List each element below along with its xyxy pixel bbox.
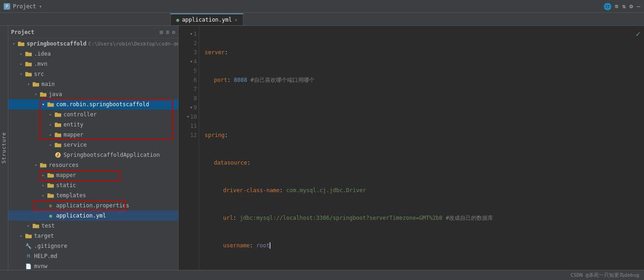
code-line-1: server:: [205, 48, 644, 57]
code-content[interactable]: server: port: 8088 #自己喜欢哪个端口用哪个 spring: …: [199, 26, 644, 270]
collapse-all-button[interactable]: ≡: [166, 29, 169, 35]
label-springbootscaffold: springbootscaffold: [27, 40, 86, 47]
arrow-src: [17, 72, 25, 76]
tree-item-app-properties[interactable]: ⚙ application.properties: [8, 200, 178, 211]
tab-application-yml[interactable]: ● application.yml ×: [170, 13, 243, 25]
file-icon-help-md: M: [25, 253, 32, 259]
svg-rect-19: [55, 133, 58, 135]
arrow-service: [47, 143, 54, 147]
label-java: java: [49, 91, 62, 97]
folder-icon-target: [25, 233, 32, 239]
tree-settings-button[interactable]: ⚙: [172, 29, 175, 35]
tree-item-mvnw[interactable]: 📄 mvnw: [8, 261, 178, 270]
tree-header: Project ⊞ ≡ ⚙: [8, 26, 178, 39]
label-gitignore: .gitignore: [34, 243, 67, 249]
tree-item-java[interactable]: java: [8, 89, 178, 99]
project-label[interactable]: Project: [13, 3, 36, 10]
folder-icon-service: [54, 142, 62, 148]
fold-marker-1[interactable]: ▾: [190, 29, 193, 39]
arrow-mvn: [17, 62, 25, 66]
svg-rect-29: [47, 183, 50, 185]
settings-icon[interactable]: ⚙: [629, 3, 633, 10]
arrow-mapper-java: [47, 132, 54, 137]
tree-header-label: Project: [11, 29, 34, 35]
folder-icon-springbootscaffold: [17, 41, 25, 47]
tree-item-src[interactable]: src: [8, 69, 178, 79]
editor-scroll-area: ▾ 1 2 3 ▾ 4: [178, 26, 644, 270]
code-line-4: spring:: [205, 131, 644, 140]
svg-rect-17: [55, 123, 58, 125]
file-icon-gitignore: 🔧: [25, 243, 32, 249]
label-resources: resources: [49, 162, 79, 168]
minimize-icon[interactable]: —: [637, 3, 640, 10]
code-line-6: driver-class-name: com.mysql.cj.jdbc.Dri…: [205, 186, 644, 195]
file-icon-app-properties: ⚙: [47, 203, 54, 209]
fold-marker-4[interactable]: ▾: [190, 57, 193, 66]
label-main: main: [41, 81, 55, 87]
fold-marker-9[interactable]: ▾: [190, 103, 193, 112]
tree-item-idea[interactable]: .idea: [8, 49, 178, 59]
arrow-resources: [32, 163, 40, 167]
folder-icon-java: [40, 91, 47, 97]
file-icon-app-yml: ●: [47, 213, 54, 219]
tree-item-main[interactable]: main: [8, 79, 178, 89]
label-templates: templates: [56, 192, 86, 199]
folder-icon-controller: [54, 112, 62, 118]
title-bar: P Project ▾ 🌐 ≡ ⇅ ⚙ —: [0, 0, 644, 13]
tree-item-com-robin[interactable]: com.robin.springbootscaffold: [8, 99, 178, 109]
tree-item-templates[interactable]: templates: [8, 190, 178, 200]
globe-icon[interactable]: 🌐: [604, 3, 611, 10]
title-bar-actions: 🌐 ≡ ⇅ ⚙ —: [604, 3, 640, 10]
tree-item-help-md[interactable]: M HELP.md: [8, 251, 178, 261]
tree-item-controller[interactable]: controller: [8, 109, 178, 120]
project-icon: P: [4, 3, 10, 10]
expand-all-button[interactable]: ⊞: [160, 29, 163, 35]
tree-item-mapper-resources[interactable]: mapper: [8, 170, 178, 180]
dropdown-icon[interactable]: ▾: [39, 3, 42, 10]
sort-icon[interactable]: ⇅: [622, 3, 626, 10]
label-help-md: HELP.md: [34, 253, 58, 259]
file-icon-springboot-app: J: [54, 152, 62, 158]
svg-rect-3: [25, 52, 28, 54]
arrow-mapper-resources: [40, 173, 47, 177]
svg-rect-35: [25, 234, 28, 236]
tree-item-gitignore[interactable]: 🔧 .gitignore: [8, 241, 178, 251]
folder-icon-resources: [40, 162, 47, 168]
project-tree: Project ⊞ ≡ ⚙ springbootscaffold C:\User…: [8, 26, 178, 270]
tab-bar: ● application.yml ×: [0, 13, 644, 26]
label-static: static: [56, 182, 76, 189]
tree-item-target[interactable]: target: [8, 231, 178, 241]
label-controller: controller: [63, 111, 97, 118]
arrow-entity: [47, 122, 54, 127]
tree-item-app-yml[interactable]: ● application.yml: [8, 211, 178, 221]
structure-panel[interactable]: Structure: [0, 26, 8, 270]
tree-item-test[interactable]: test: [8, 221, 178, 231]
arrow-templates: [40, 193, 47, 198]
folder-icon-main: [32, 81, 40, 87]
tab-close-button[interactable]: ×: [235, 17, 237, 23]
hierarchy-icon[interactable]: ≡: [615, 3, 619, 10]
label-com-robin: com.robin.springbootscaffold: [56, 101, 149, 108]
folder-icon-static: [47, 183, 54, 189]
status-text: CSDN @杀死一只知更鸟debug: [570, 272, 639, 279]
tree-item-resources[interactable]: resources: [8, 160, 178, 170]
arrow-controller: [47, 112, 54, 117]
tree-item-mapper-java[interactable]: mapper: [8, 130, 178, 140]
svg-rect-11: [40, 92, 43, 94]
tree-item-static[interactable]: static: [8, 180, 178, 190]
tree-item-springbootscaffold[interactable]: springbootscaffold C:\Users\robin\Deskto…: [8, 39, 178, 49]
tree-item-entity[interactable]: entity: [8, 120, 178, 130]
code-editor[interactable]: ▾ 1 2 3 ▾ 4: [178, 26, 644, 270]
folder-icon-test: [32, 223, 40, 229]
tree-item-service[interactable]: service: [8, 140, 178, 150]
folder-icon-com-robin: [47, 102, 54, 108]
tree-item-mvn[interactable]: .mvn: [8, 59, 178, 69]
editor-check-indicator: ✓: [636, 29, 640, 38]
tree-item-springboot-app[interactable]: J SpringbootscaffoldApplication: [8, 150, 178, 160]
code-line-7: url: jdbc:mysql://localhost:3306/springb…: [205, 213, 644, 223]
label-entity: entity: [63, 121, 83, 128]
fold-marker-10[interactable]: ▾: [187, 112, 190, 121]
svg-rect-1: [18, 42, 21, 44]
label-src: src: [34, 71, 44, 77]
label-target: target: [34, 233, 54, 239]
